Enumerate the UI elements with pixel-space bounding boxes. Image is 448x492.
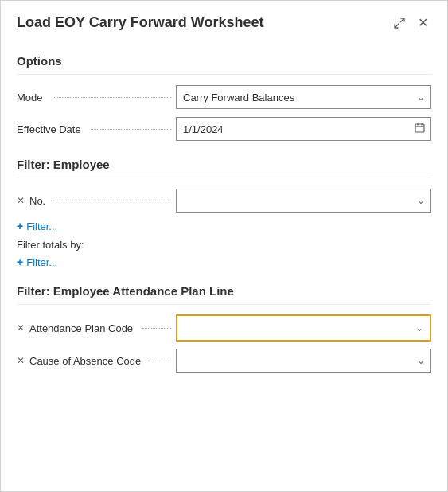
attendance-plan-code-label-container: ✕ Attendance Plan Code [17,322,176,334]
effective-date-label: Effective Date [17,123,81,135]
cause-of-absence-row: ✕ Cause of Absence Code ⌄ [17,348,431,373]
cause-of-absence-select[interactable] [176,349,431,373]
modal-container: Load EOY Carry Forward Worksheet ✕ Optio… [0,0,448,492]
mode-select[interactable]: Carry Forward Balances Reset Balances [176,85,431,109]
filter-attendance-title: Filter: Employee Attendance Plan Line [17,284,431,298]
attendance-plan-code-row: ✕ Attendance Plan Code ⌄ [17,314,431,342]
attendance-plan-x-button[interactable]: ✕ [17,322,25,334]
effective-date-dotted-line [91,129,171,130]
mode-select-wrapper: Carry Forward Balances Reset Balances ⌄ [176,85,431,109]
employee-filter-button[interactable]: + Filter... [17,220,57,232]
cause-of-absence-select-wrapper: ⌄ [176,349,431,373]
mode-dotted-line [53,97,171,98]
mode-control: Carry Forward Balances Reset Balances ⌄ [176,85,431,109]
no-label-container: ✕ No. [17,195,176,207]
no-select[interactable] [176,189,431,213]
filter-employee-divider [17,178,431,178]
attendance-plan-code-select[interactable] [177,316,430,340]
no-field-row: ✕ No. ⌄ [17,188,431,213]
employee-filter-plus-icon: + [17,220,23,232]
cause-of-absence-label: Cause of Absence Code [29,355,141,367]
no-select-wrapper: ⌄ [176,189,431,213]
employee-filter-label: Filter... [26,221,57,232]
cause-of-absence-control: ⌄ [176,349,431,373]
close-icon: ✕ [418,15,428,30]
attendance-plan-code-label: Attendance Plan Code [29,322,133,334]
effective-date-wrapper [176,117,431,141]
close-button[interactable]: ✕ [415,14,431,32]
mode-field-row: Mode Carry Forward Balances Reset Balanc… [17,84,431,110]
cause-of-absence-dotted-line [150,361,171,361]
filter-totals-button-label: Filter... [26,256,57,268]
effective-date-control [176,117,431,141]
expand-button[interactable] [391,16,408,30]
expand-icon [394,18,405,29]
filter-totals-plus-icon: + [17,256,23,268]
mode-label-container: Mode [17,92,176,103]
no-dotted-line [55,201,171,201]
cause-of-absence-label-container: ✕ Cause of Absence Code [17,355,176,367]
effective-date-field-row: Effective Date [17,116,431,142]
mode-label: Mode [17,92,43,103]
effective-date-input[interactable] [176,117,431,141]
attendance-plan-dotted-line [142,328,171,329]
filter-employee-title: Filter: Employee [17,158,431,171]
options-section-title: Options [17,54,431,68]
no-x-button[interactable]: ✕ [17,195,25,206]
modal-title: Load EOY Carry Forward Worksheet [17,14,263,31]
filter-totals-label: Filter totals by: [17,239,431,251]
modal-body: Options Mode Carry Forward Balances Rese… [1,41,447,491]
filter-employee-section: Filter: Employee ✕ No. ⌄ [17,158,431,268]
attendance-plan-code-control: ⌄ [176,314,431,342]
attendance-plan-code-select-wrapper: ⌄ [176,314,431,342]
header-actions: ✕ [391,14,431,32]
filter-attendance-section: Filter: Employee Attendance Plan Line ✕ … [17,284,431,373]
modal-header: Load EOY Carry Forward Worksheet ✕ [1,1,447,41]
no-control: ⌄ [176,189,431,213]
filter-attendance-divider [17,304,431,305]
effective-date-label-container: Effective Date [17,123,176,135]
filter-totals-button[interactable]: + Filter... [17,256,57,268]
no-label: No. [29,195,45,207]
cause-of-absence-x-button[interactable]: ✕ [17,355,25,366]
options-divider [17,74,431,75]
